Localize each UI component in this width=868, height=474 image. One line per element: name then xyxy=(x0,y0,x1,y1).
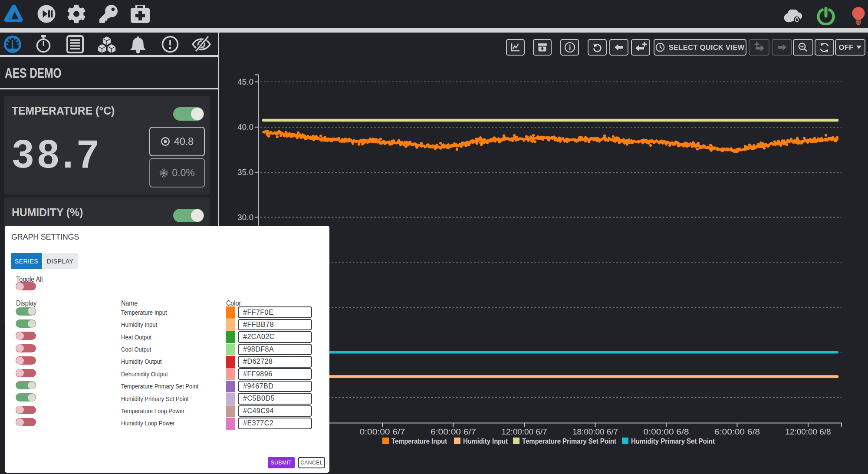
svg-text:6:00:00 6/8: 6:00:00 6/8 xyxy=(714,427,760,436)
svg-text:12:00:00 6/8: 12:00:00 6/8 xyxy=(786,427,831,436)
svg-text:Humidity Input: Humidity Input xyxy=(463,437,508,445)
svg-text:30.0: 30.0 xyxy=(237,213,253,222)
svg-text:45.0: 45.0 xyxy=(237,77,253,86)
svg-text:6:00:00 6/7: 6:00:00 6/7 xyxy=(431,427,476,436)
svg-text:35.0: 35.0 xyxy=(237,168,253,177)
svg-text:Temperature Primary Set Point: Temperature Primary Set Point xyxy=(522,437,616,445)
svg-text:12:00:00 6/7: 12:00:00 6/7 xyxy=(502,427,547,436)
svg-text:0:00:00 6/7: 0:00:00 6/7 xyxy=(360,427,405,436)
svg-text:Humidity Primary Set Point: Humidity Primary Set Point xyxy=(631,437,715,445)
svg-text:18:00:00 6/7: 18:00:00 6/7 xyxy=(572,427,618,436)
svg-text:0:00:00 6/8: 0:00:00 6/8 xyxy=(644,427,689,436)
svg-text:40.0: 40.0 xyxy=(237,122,253,132)
svg-text:Temperature Input: Temperature Input xyxy=(391,437,447,445)
